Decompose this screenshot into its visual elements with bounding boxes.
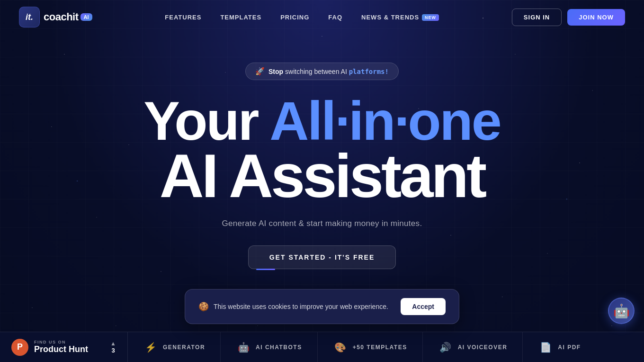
nav-links: FEATURES TEMPLATES PRICING FAQ NEWS & TR… (165, 13, 439, 21)
feature-ai-chatbots: 🤖 AI CHATBOTS (221, 332, 318, 362)
brand-name: coachit (44, 11, 79, 23)
nav-actions: SIGN IN JOIN NOW (512, 9, 625, 26)
title-ai-assistant: AI Assistant (143, 147, 501, 206)
ph-upvote[interactable]: ▲ 3 (110, 340, 116, 354)
join-now-button[interactable]: JOIN NOW (567, 9, 625, 26)
tagline-middle: switching between AI (285, 68, 349, 75)
upvote-arrow: ▲ (110, 340, 116, 347)
cookie-text: 🍪 This website uses cookies to improve y… (198, 301, 389, 312)
hero-subtitle: Generate AI content & start making money… (222, 219, 422, 228)
generator-label: GENERATOR (163, 344, 205, 351)
feature-templates: 🎨 +50 TEMPLATES (318, 332, 423, 362)
templates-label: +50 TEMPLATES (353, 344, 407, 351)
chatbots-icon: 🤖 (236, 340, 251, 355)
sign-in-button[interactable]: SIGN IN (512, 9, 562, 26)
upvote-count: 3 (111, 347, 115, 354)
product-hunt-text: FIND US ON Product Hunt (34, 340, 88, 354)
chatbots-label: AI CHATBOTS (256, 344, 302, 351)
chatbot-avatar: 🤖 (613, 303, 630, 319)
cookie-banner: 🍪 This website uses cookies to improve y… (185, 289, 459, 324)
bottom-bar-inner: P FIND US ON Product Hunt ▲ 3 ⚡ GENERATO… (0, 332, 644, 362)
logo-area: it. coachit AI (19, 7, 92, 27)
tagline-prefix: Stop switching between AI platforms! (268, 68, 389, 75)
bottom-bar: P FIND US ON Product Hunt ▲ 3 ⚡ GENERATO… (0, 332, 644, 362)
logo-text: coachit AI (44, 11, 92, 23)
pdf-label: AI PDF (558, 344, 581, 351)
cookie-message: This website uses cookies to improve you… (214, 303, 388, 310)
nav-item-faq[interactable]: FAQ (328, 13, 342, 21)
nav-item-pricing[interactable]: PRICING (280, 13, 309, 21)
bottom-features: ⚡ GENERATOR 🤖 AI CHATBOTS 🎨 +50 TEMPLATE… (128, 332, 644, 362)
product-hunt-widget[interactable]: P FIND US ON Product Hunt ▲ 3 (0, 332, 128, 362)
get-started-button[interactable]: GET STARTED - IT'S FREE (248, 245, 396, 269)
pdf-icon: 📄 (538, 340, 553, 355)
rocket-icon: 🚀 (255, 67, 265, 76)
hero-title: Your All·in·one AI Assistant (143, 95, 501, 206)
tagline-pill: 🚀 Stop switching between AI platforms! (245, 63, 399, 80)
ai-badge: AI (80, 13, 92, 21)
product-hunt-name: Product Hunt (34, 344, 88, 354)
feature-ai-voiceover: 🔊 AI VOICEOVER (423, 332, 523, 362)
navbar: it. coachit AI FEATURES TEMPLATES PRICIN… (0, 0, 644, 34)
cookie-icon: 🍪 (198, 301, 209, 312)
find-us-label: FIND US ON (34, 340, 88, 344)
chatbot-widget[interactable]: 🤖 (608, 298, 635, 324)
accept-button[interactable]: Accept (401, 298, 446, 315)
nav-item-templates[interactable]: TEMPLATES (220, 13, 261, 21)
feature-ai-pdf: 📄 AI PDF (523, 332, 596, 362)
voiceover-icon: 🔊 (438, 340, 453, 355)
nav-item-features[interactable]: FEATURES (165, 13, 201, 21)
nav-item-news-trends[interactable]: NEWS & TRENDS NEW (361, 13, 439, 21)
hero-section: 🚀 Stop switching between AI platforms! Y… (0, 34, 644, 269)
voiceover-label: AI VOICEOVER (458, 344, 508, 351)
generator-icon: ⚡ (143, 340, 158, 355)
feature-generator: ⚡ GENERATOR (128, 332, 221, 362)
new-badge: NEW (422, 14, 439, 21)
templates-icon: 🎨 (333, 340, 348, 355)
product-hunt-logo: P (11, 339, 28, 356)
logo-icon: it. (19, 7, 40, 27)
